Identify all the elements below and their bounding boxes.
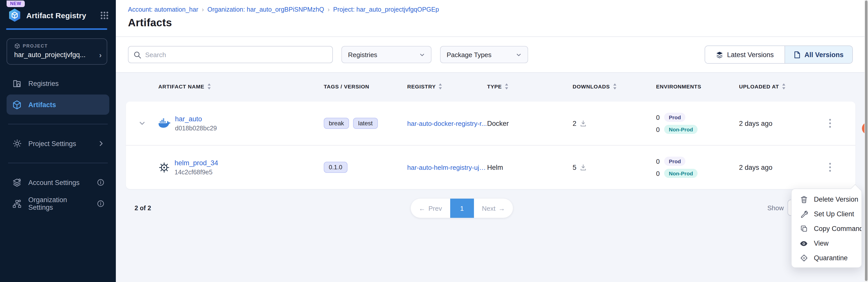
eye-icon (800, 239, 808, 247)
org-gear-icon (12, 199, 22, 208)
artifact-digest: 14c2cf68f9e5 (175, 169, 218, 176)
sidebar-item-organization-settings[interactable]: Organization Settings (7, 193, 109, 214)
column-header-uploaded-at[interactable]: UPLOADED AT (739, 83, 805, 90)
chevron-down-icon (516, 52, 522, 57)
page-header: Account: automation_har › Organization: … (116, 0, 868, 37)
row-context-menu: Delete Version Set Up Client Copy Comman… (791, 188, 862, 268)
page-title: Artifacts (128, 17, 868, 29)
sidebar-nav: Registries Artifacts Project (0, 73, 116, 215)
arrow-right-icon: → (498, 204, 505, 212)
version-chip: 0.1.0 (324, 162, 347, 173)
package-types-filter-dropdown[interactable]: Package Types (440, 46, 528, 63)
registries-filter-label: Registries (348, 51, 377, 58)
brand-underline (6, 28, 107, 30)
tag-chip: break (324, 118, 349, 129)
column-header-artifact-name[interactable]: ARTIFACT NAME (158, 83, 324, 90)
sort-icon (505, 83, 508, 90)
sidebar-divider (8, 163, 108, 163)
row-actions-kebab-icon[interactable] (823, 160, 837, 174)
nonprod-badge: Non-Prod (664, 169, 698, 178)
sidebar-item-label: Account Settings (28, 179, 80, 186)
registry-link[interactable]: har-auto-docker-registry-r... (407, 119, 489, 127)
wrench-icon (800, 210, 808, 218)
column-header-registry[interactable]: REGISTRY (407, 83, 489, 90)
column-header-environments: ENVIRONMENTS (656, 83, 739, 90)
sort-icon (782, 83, 785, 90)
menu-item-quarantine[interactable]: Quarantine (792, 251, 861, 265)
sidebar: NEW Artifact Registry (0, 0, 116, 282)
next-page-button[interactable]: Next → (474, 199, 513, 218)
artifact-registry-logo-icon (8, 8, 22, 22)
tag-chip: latest (353, 118, 378, 129)
registry-link[interactable]: har-auto-helm-registry-ujn... (407, 164, 489, 171)
layers-icon (716, 51, 723, 58)
filter-bar: Registries Package Types (116, 37, 868, 73)
column-header-downloads[interactable]: DOWNLOADS (572, 83, 656, 90)
layers-gear-icon (12, 178, 22, 187)
quarantine-target-icon (800, 254, 808, 262)
app-title: Artifact Registry (26, 11, 100, 20)
registries-icon (12, 79, 22, 88)
breadcrumb-separator: › (202, 6, 204, 13)
breadcrumb-project-link[interactable]: Project: har_auto_projectjvfgqOPGEp (333, 6, 439, 13)
nonprod-badge: Non-Prod (664, 125, 698, 134)
all-versions-label: All Versions (805, 51, 844, 58)
document-icon (794, 51, 801, 58)
sidebar-item-project-settings[interactable]: Project Settings (7, 133, 109, 154)
row-expander-chevron-down-icon[interactable] (126, 120, 158, 127)
sidebar-item-label: Artifacts (28, 101, 56, 108)
download-icon (580, 164, 586, 171)
table-row: har_auto d018b028bc29 break latest har-a… (126, 102, 855, 145)
sidebar-item-account-settings[interactable]: Account Settings (7, 172, 109, 192)
trash-icon (800, 195, 808, 203)
versions-toggle-group: Latest Versions All Versions (705, 45, 853, 64)
search-input[interactable] (145, 51, 327, 58)
menu-item-view[interactable]: View (792, 236, 861, 251)
copy-icon (800, 225, 808, 233)
module-grid-icon[interactable] (100, 11, 109, 20)
project-cube-icon (14, 43, 20, 49)
pagination-summary: 2 of 2 (134, 198, 151, 218)
docker-icon (158, 118, 170, 128)
prev-page-button[interactable]: ← Prev (411, 199, 450, 218)
app-root: NEW Artifact Registry (0, 0, 868, 282)
sidebar-divider (8, 124, 108, 124)
artifact-name-link[interactable]: helm_prod_34 (175, 159, 218, 167)
column-header-type[interactable]: TYPE (487, 83, 572, 90)
artifact-name-link[interactable]: har_auto (175, 115, 217, 122)
downloads-count: 5 (572, 164, 577, 171)
table-row: helm_prod_34 14c2cf68f9e5 0.1.0 har-auto… (126, 146, 855, 189)
row-actions-kebab-icon[interactable] (823, 116, 837, 130)
chevron-down-icon (419, 52, 425, 57)
sidebar-item-label: Organization Settings (28, 196, 84, 211)
uploaded-at: 2 days ago (739, 164, 805, 171)
helm-icon (158, 162, 170, 173)
breadcrumb-organization-link[interactable]: Organization: har_auto_orgBPiSNPMzhQ (207, 6, 324, 13)
registries-filter-dropdown[interactable]: Registries (341, 46, 431, 63)
search-icon (133, 51, 141, 58)
all-versions-button[interactable]: All Versions (785, 46, 852, 63)
sidebar-item-label: Registries (28, 80, 59, 87)
pagination-controls: ← Prev 1 Next → (411, 199, 513, 218)
info-icon[interactable] (97, 200, 104, 207)
sidebar-item-registries[interactable]: Registries (7, 73, 109, 94)
scrollbar-thumb[interactable] (865, 1, 867, 281)
info-icon[interactable] (97, 179, 104, 186)
search-box (128, 46, 333, 63)
sidebar-item-artifacts[interactable]: Artifacts (7, 95, 109, 115)
chevron-right-icon: › (99, 50, 102, 59)
project-label: PROJECT (23, 43, 48, 48)
package-types-filter-label: Package Types (447, 51, 491, 58)
pagination-bar: 2 of 2 ← Prev 1 Next → Show (116, 198, 868, 218)
menu-item-set-up-client[interactable]: Set Up Client (792, 207, 861, 221)
project-selector[interactable]: PROJECT har_auto_projectjvfgq... › (7, 38, 107, 65)
page-number-button[interactable]: 1 (450, 199, 474, 218)
menu-item-delete-version[interactable]: Delete Version (792, 192, 861, 207)
menu-item-copy-command[interactable]: Copy Command (792, 221, 861, 236)
latest-versions-button[interactable]: Latest Versions (705, 46, 785, 63)
breadcrumb-account-link[interactable]: Account: automation_har (128, 6, 198, 13)
gear-icon (12, 139, 22, 148)
uploaded-at: 2 days ago (739, 119, 805, 127)
scrollbar-track (864, 0, 868, 282)
table-header: ARTIFACT NAME TAGS / VERSION REGISTRY TY… (126, 76, 855, 97)
